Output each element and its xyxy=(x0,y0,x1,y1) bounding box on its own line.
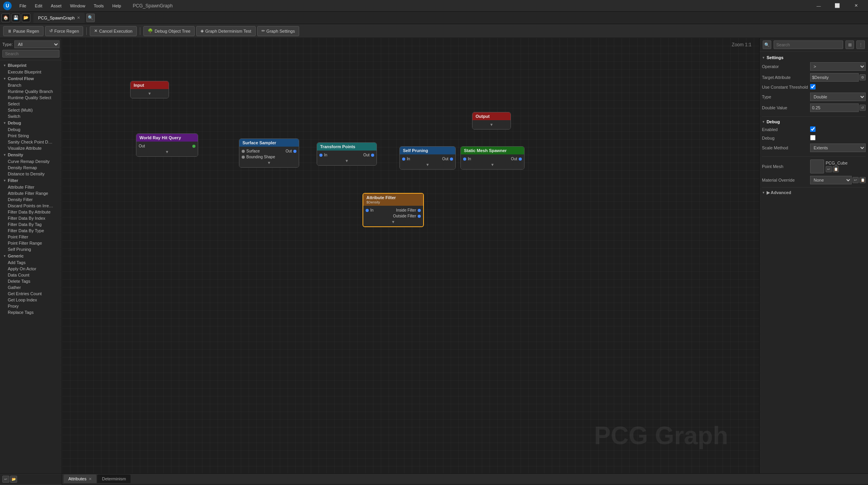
item-sanity-check-point-data[interactable]: Sanity Check Point Data xyxy=(0,139,62,145)
double-value-input[interactable] xyxy=(810,103,859,112)
right-panel-icon3[interactable]: ⋮ xyxy=(856,40,865,49)
category-density[interactable]: Density xyxy=(0,151,62,158)
right-panel-icon2[interactable]: ⊞ xyxy=(845,40,854,49)
category-control-flow[interactable]: Control Flow xyxy=(0,75,62,82)
category-blueprint[interactable]: Blueprint xyxy=(0,62,62,69)
tab-close-icon[interactable]: ✕ xyxy=(77,16,80,20)
debug-checkbox[interactable] xyxy=(810,135,816,140)
item-filter-data-type[interactable]: Filter Data By Type xyxy=(0,228,62,234)
af-outside-pin[interactable] xyxy=(418,215,421,218)
item-get-loop-index[interactable]: Get Loop Index xyxy=(0,297,62,303)
advanced-section-header[interactable]: ▶ Advanced xyxy=(762,189,866,196)
item-discard-points[interactable]: Discard Points on Irregular Sur... xyxy=(0,203,62,209)
right-search-input[interactable] xyxy=(774,40,843,49)
item-execute-blueprint[interactable]: Execute Blueprint xyxy=(0,69,62,75)
item-runtime-quality-select[interactable]: Runtime Quality Select xyxy=(0,95,62,101)
item-select-multi[interactable]: Select (Multi) xyxy=(0,107,62,113)
item-apply-on-actor[interactable]: Apply On Actor xyxy=(0,266,62,272)
lb-action-2[interactable]: 📂 xyxy=(10,476,17,483)
item-filter-data-attribute[interactable]: Filter Data By Attribute xyxy=(0,209,62,215)
item-debug[interactable]: Debug xyxy=(0,126,62,133)
output-expand[interactable]: ▼ xyxy=(475,122,508,128)
search-input[interactable] xyxy=(2,50,59,58)
home-button[interactable]: 🏠 xyxy=(2,14,10,22)
menu-asset[interactable]: Asset xyxy=(47,2,66,9)
item-print-string[interactable]: Print String xyxy=(0,133,62,139)
output-node[interactable]: Output ▼ xyxy=(472,112,511,130)
material-override-dropdown[interactable]: None xyxy=(810,176,852,184)
minimize-button[interactable]: — xyxy=(810,0,828,12)
enabled-checkbox[interactable] xyxy=(810,126,816,132)
surface-in-pin[interactable] xyxy=(242,150,245,153)
sms-out-pin[interactable] xyxy=(519,158,522,161)
menu-window[interactable]: Window xyxy=(66,2,89,9)
transform-points-node[interactable]: Transform Points In Out ▼ xyxy=(317,142,377,166)
item-point-filter[interactable]: Point Filter xyxy=(0,234,62,240)
item-curve-remap-density[interactable]: Curve Remap Density xyxy=(0,158,62,165)
item-point-filter-range[interactable]: Point Filter Range xyxy=(0,240,62,246)
sp-out-pin[interactable] xyxy=(450,158,453,161)
pause-regen-button[interactable]: ⏸ Pause Regen xyxy=(3,26,44,36)
determinism-tab[interactable]: Determinism xyxy=(97,474,131,483)
menu-tools[interactable]: Tools xyxy=(90,2,108,9)
item-get-entries-count[interactable]: Get Entries Count xyxy=(0,291,62,297)
item-attribute-filter[interactable]: Attribute Filter xyxy=(0,184,62,190)
mesh-thumbnail[interactable] xyxy=(810,159,824,173)
category-filter[interactable]: Filter xyxy=(0,177,62,184)
world-ray-hit-expand[interactable]: ▼ xyxy=(139,149,195,155)
save-all-button[interactable]: 📂 xyxy=(22,14,30,22)
static-mesh-spawner-expand[interactable]: ▼ xyxy=(463,162,522,168)
lb-action-1[interactable]: ↩ xyxy=(2,476,9,483)
item-density-remap[interactable]: Density Remap xyxy=(0,165,62,171)
material-action-1[interactable]: ↩ xyxy=(852,177,859,183)
input-expand[interactable]: ▼ xyxy=(133,91,166,96)
surface-out-pin[interactable] xyxy=(293,150,296,153)
item-branch[interactable]: Branch xyxy=(0,82,62,88)
target-attribute-input[interactable] xyxy=(810,73,859,82)
sp-in-pin[interactable] xyxy=(402,158,405,161)
item-attribute-filter-range[interactable]: Attribute Filter Range xyxy=(0,190,62,196)
material-action-2[interactable]: 📋 xyxy=(859,177,866,183)
force-regen-button[interactable]: ↺ Force Regen xyxy=(45,26,84,36)
debug-section-header[interactable]: Debug xyxy=(762,118,866,125)
item-filter-data-tag[interactable]: Filter Data By Tag xyxy=(0,221,62,228)
self-pruning-expand[interactable]: ▼ xyxy=(402,162,453,168)
category-generic[interactable]: Generic xyxy=(0,252,62,259)
cancel-execution-button[interactable]: ✕ Cancel Execution xyxy=(90,26,137,36)
right-panel-icon1[interactable]: 🔍 xyxy=(763,40,771,49)
item-density-filter[interactable]: Density Filter xyxy=(0,196,62,203)
item-filter-data-index[interactable]: Filter Data By Index xyxy=(0,215,62,221)
scale-method-dropdown[interactable]: Extents xyxy=(810,144,866,152)
attribute-filter-node[interactable]: Attribute Filter $Density In Inside Filt… xyxy=(363,193,424,227)
use-constant-checkbox[interactable] xyxy=(810,84,816,89)
attribute-filter-expand[interactable]: ▼ xyxy=(366,219,421,225)
debug-object-tree-button[interactable]: 🌳 Debug Object Tree xyxy=(143,26,195,36)
graph-determinism-test-button[interactable]: ◈ Graph Determinism Test xyxy=(196,26,255,36)
attributes-tab[interactable]: Attributes ✕ xyxy=(64,474,96,483)
close-button[interactable]: ✕ xyxy=(847,0,865,12)
item-self-pruning[interactable]: Self Pruning xyxy=(0,246,62,252)
operator-dropdown[interactable]: > xyxy=(810,62,866,71)
type-dropdown[interactable]: Double xyxy=(810,93,866,101)
item-visualize-attribute[interactable]: Visualize Attribute xyxy=(0,145,62,151)
find-button[interactable]: 🔍 xyxy=(86,14,95,22)
transform-points-expand[interactable]: ▼ xyxy=(319,158,374,164)
mesh-action-1[interactable]: ↩ xyxy=(826,166,832,172)
item-gather[interactable]: Gather xyxy=(0,284,62,291)
sms-in-pin[interactable] xyxy=(463,158,466,161)
mesh-action-2[interactable]: 📋 xyxy=(833,166,839,172)
item-delete-tags[interactable]: Delete Tags xyxy=(0,278,62,284)
af-in-pin[interactable] xyxy=(366,209,369,212)
tp-out-pin[interactable] xyxy=(371,154,374,157)
item-data-count[interactable]: Data Count xyxy=(0,272,62,278)
item-runtime-quality-branch[interactable]: Runtime Quality Branch xyxy=(0,88,62,95)
surface-sampler-expand[interactable]: ▼ xyxy=(242,160,296,166)
bounding-shape-pin[interactable] xyxy=(242,156,245,159)
menu-edit[interactable]: Edit xyxy=(31,2,46,9)
settings-section-header[interactable]: Settings xyxy=(762,54,866,61)
tp-in-pin[interactable] xyxy=(319,154,322,157)
static-mesh-spawner-node[interactable]: Static Mesh Spawner In Out ▼ xyxy=(460,146,525,170)
world-ray-hit-query-node[interactable]: World Ray Hit Query Out ▼ xyxy=(136,133,198,157)
save-button[interactable]: 💾 xyxy=(12,14,20,22)
attributes-tab-close[interactable]: ✕ xyxy=(89,477,92,481)
